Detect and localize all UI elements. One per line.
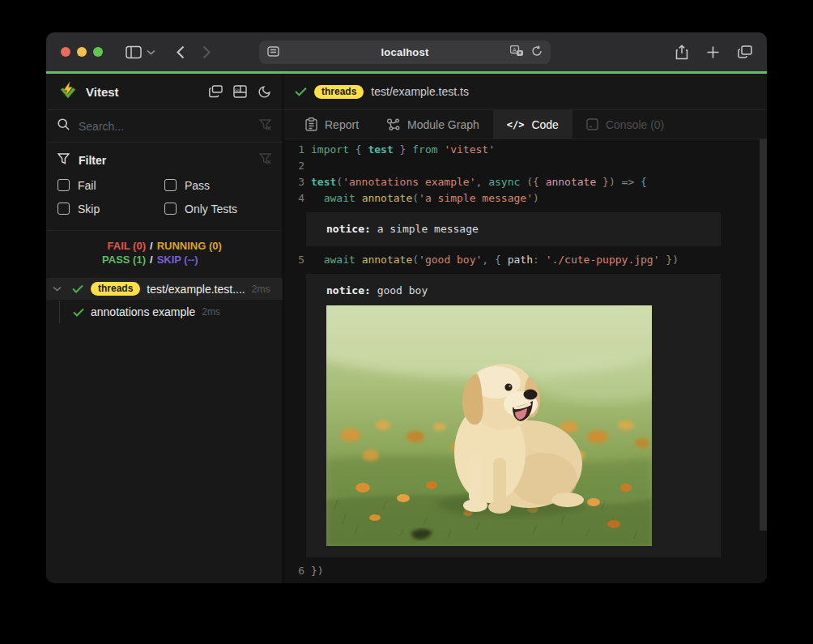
file-header: threads test/example.test.ts (283, 74, 767, 110)
sidebar-toggle-icon[interactable] (126, 45, 142, 59)
tab-report-label: Report (325, 118, 359, 131)
line-number: 5 (283, 252, 304, 268)
notice-text: good boy (377, 284, 428, 296)
new-tab-icon[interactable] (707, 46, 719, 58)
main-panel: threads test/example.test.ts Report (283, 74, 767, 583)
line-number: 1 (283, 142, 304, 158)
pass-check-icon (73, 308, 84, 317)
filter-checkbox-pass[interactable]: Pass (164, 173, 271, 197)
notice-label: notice: (326, 284, 371, 296)
svg-text:A: A (513, 46, 517, 53)
clear-filters-icon[interactable] (259, 153, 271, 168)
svg-text:★: ★ (518, 50, 522, 55)
filter-checkbox-fail[interactable]: Fail (57, 173, 164, 197)
tab-module-graph-label: Module Graph (407, 118, 479, 131)
checkbox-icon[interactable] (164, 203, 177, 215)
running-count: RUNNING (0) (157, 239, 222, 253)
tab-module-graph[interactable]: Module Graph (372, 110, 493, 139)
scrollbar-thumb[interactable] (760, 139, 767, 531)
zoom-window-button[interactable] (93, 47, 103, 57)
tab-console-label: Console (0) (606, 118, 664, 131)
vitest-logo-icon (57, 81, 79, 102)
filter-label-only-tests: Only Tests (185, 203, 237, 215)
filter-checkbox-skip[interactable]: Skip (57, 197, 164, 220)
tab-console[interactable]: Console (0) (573, 110, 678, 139)
tab-code-label: Code (531, 118, 558, 131)
line-number: 6 (283, 563, 304, 579)
browser-toolbar: localhost A ★ (46, 32, 767, 71)
address-bar[interactable]: localhost A ★ (259, 41, 551, 64)
code-line: 2 (283, 158, 767, 174)
page-settings-icon[interactable] (267, 45, 279, 60)
puppy-photo[interactable] (326, 305, 652, 546)
tab-overview-icon[interactable] (738, 45, 752, 58)
test-tree: threads test/example.test.... 2ms annota… (46, 278, 283, 323)
minimize-window-button[interactable] (77, 47, 87, 57)
test-case-name: annotations example (91, 305, 195, 318)
search-input[interactable] (79, 120, 259, 133)
browser-window: localhost A ★ (46, 32, 767, 583)
line-number: 7 (283, 579, 304, 583)
stats-separator: / (146, 239, 157, 253)
test-case-row[interactable]: annotations example 2ms (46, 301, 283, 323)
filter-checkbox-only-tests[interactable]: Only Tests (164, 197, 271, 220)
open-file-name: test/example.test.ts (371, 85, 469, 98)
fail-count: FAIL (0) (46, 239, 146, 253)
translate-icon[interactable]: A ★ (510, 45, 524, 60)
close-window-button[interactable] (61, 47, 70, 57)
tab-code[interactable]: </> Code (493, 110, 573, 139)
line-number: 2 (283, 158, 304, 174)
tab-report[interactable]: Report (292, 110, 372, 139)
svg-text:5h: 5h (235, 87, 240, 92)
annotation-notice: notice: a simple message (306, 212, 721, 246)
app-title: Vitest (86, 85, 119, 99)
stats-separator: / (146, 253, 157, 267)
pool-badge: threads (91, 282, 140, 296)
filter-title: Filter (79, 154, 106, 167)
notice-label: notice: (326, 223, 371, 235)
back-button[interactable] (177, 45, 185, 59)
code-line: 1import { test } from 'vitest' (283, 142, 767, 158)
test-file-row[interactable]: threads test/example.test.... 2ms (46, 278, 283, 300)
windows-stack-icon[interactable] (209, 85, 223, 99)
tree-guide-line (59, 301, 60, 323)
annotation-notice: notice: good boy (306, 274, 721, 557)
reload-icon[interactable] (531, 45, 543, 60)
pass-check-icon (72, 284, 83, 293)
code-line: 5 await annotate('good boy', { path: './… (283, 252, 767, 268)
chevron-down-icon[interactable] (53, 286, 64, 292)
url-text: localhost (259, 46, 551, 58)
code-editor[interactable]: 1import { test } from 'vitest' 2 3test('… (283, 139, 767, 583)
filter-label-fail: Fail (78, 179, 96, 192)
pass-check-icon (295, 87, 307, 96)
traffic-lights (61, 47, 103, 57)
notice-text: a simple message (377, 223, 479, 235)
forward-button[interactable] (202, 45, 211, 59)
chevron-down-icon[interactable] (147, 49, 155, 55)
line-number: 3 (283, 174, 304, 190)
test-run-stats: FAIL (0) / RUNNING (0) PASS (1) / SKIP (… (46, 231, 283, 271)
filter-label-pass: Pass (185, 179, 210, 192)
skip-count: SKIP (--) (157, 253, 198, 267)
dashboard-layout-icon[interactable]: 5h (233, 85, 247, 99)
code-icon: </> (507, 119, 525, 130)
dark-mode-moon-icon[interactable] (258, 85, 271, 99)
line-number: 4 (283, 190, 304, 207)
sidebar-header: Vitest 5h (46, 74, 283, 110)
filter-section: Filter Fail Pass (46, 143, 283, 231)
code-line: 3test('annotations example', async ({ an… (283, 174, 767, 190)
code-line: 7 (283, 579, 767, 583)
search-icon (57, 118, 70, 134)
checkbox-icon[interactable] (164, 179, 177, 191)
search-row (46, 110, 283, 143)
share-icon[interactable] (675, 45, 688, 60)
filter-funnel-icon (57, 153, 70, 168)
pool-badge: threads (314, 85, 364, 99)
code-line: 4 await annotate('a simple message') (283, 190, 767, 207)
clear-search-filter-icon[interactable] (259, 119, 271, 134)
checkbox-icon[interactable] (57, 203, 70, 215)
checkbox-icon[interactable] (57, 179, 70, 191)
pass-count: PASS (1) (46, 253, 146, 267)
test-case-duration: 2ms (202, 306, 220, 318)
vitest-sidebar: Vitest 5h (46, 74, 283, 583)
